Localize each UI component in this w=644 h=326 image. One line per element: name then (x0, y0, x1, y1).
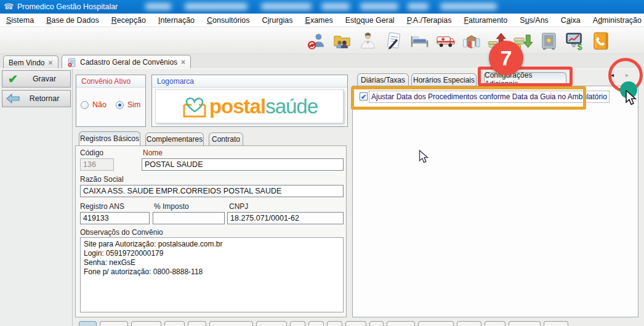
bottom-tab-stub[interactable] (131, 321, 161, 326)
document-badge-icon (67, 58, 76, 67)
menu-item-sistema[interactable]: Sistema (0, 16, 40, 25)
redacted-title-text (321, 3, 350, 10)
menu-item-consult-rios[interactable]: Consultórios (201, 16, 256, 25)
bottom-tab-stub[interactable] (308, 321, 324, 326)
revenue-up-icon[interactable] (487, 30, 507, 51)
nome-field[interactable]: POSTAL SAUDE (142, 158, 344, 171)
radio-nao[interactable]: Não (81, 100, 107, 109)
menu-item-base-de-dados[interactable]: Base de Dados (40, 16, 105, 25)
tab-label: Diárias/Taxas (361, 76, 405, 84)
phone-directory-icon[interactable] (590, 30, 611, 51)
radio-sim[interactable]: Sim (116, 100, 141, 109)
registro-ans-field[interactable]: 419133 (80, 212, 150, 224)
razao-social-field[interactable]: CAIXA ASS. SAUDE EMPR.CORREIOS POSTAL SA… (80, 185, 344, 197)
menu-item-exames[interactable]: Exames (299, 16, 339, 25)
envelope-heart-icon (181, 94, 208, 119)
ambulance-icon[interactable] (435, 30, 456, 51)
bottom-tab-stub[interactable] (327, 321, 342, 326)
bottom-tab-stub[interactable] (345, 321, 366, 326)
return-button[interactable]: Retornar (2, 90, 71, 107)
divider (0, 68, 644, 69)
menu-item-interna-o[interactable]: Internação (152, 16, 201, 25)
title-bar: ☎ Promedico Gestão Hospitalar (0, 0, 644, 14)
close-icon[interactable]: × (48, 59, 52, 67)
redacted-title-text (145, 3, 171, 10)
redacted-title-text (440, 3, 497, 10)
toolbar-icons: $ (306, 30, 611, 51)
bottom-tab-stub[interactable] (418, 321, 454, 326)
brand-text: postalsaúde (209, 95, 318, 118)
observacoes-field[interactable]: Site para Autorização: postalsaude.com.b… (80, 237, 344, 312)
menu-item-caixa[interactable]: Caixa (555, 16, 587, 25)
toolbar: $ (0, 27, 644, 54)
tab-label: Cadastro Geral de Convênios (80, 58, 177, 67)
tab-configuracoes-adicionais[interactable]: Configurações Adicionais (484, 72, 566, 86)
action-sidebar: ✔ Gravar Retornar (0, 69, 73, 326)
sync-user-icon[interactable] (306, 30, 326, 51)
logomarca-title: Logomarca (152, 75, 347, 88)
svg-text:$: $ (577, 42, 582, 51)
ajustar-data-checkbox[interactable]: ✔ (360, 92, 368, 100)
bottom-tab-stub[interactable] (387, 321, 415, 326)
menu-item-p-a-terapias[interactable]: P.A./Terapias (401, 16, 458, 25)
pharmacy-icon[interactable] (461, 30, 481, 51)
menu-item-recep-o[interactable]: Recepção (105, 16, 152, 25)
bottom-tab-stub[interactable] (209, 321, 253, 326)
configuracoes-adicionais-panel (352, 86, 638, 317)
save-button-label: Gravar (23, 75, 70, 83)
bottom-tab-stub[interactable] (79, 321, 97, 326)
menu-item-faturamento[interactable]: Faturamento (457, 16, 513, 25)
tab-registros-basicos[interactable]: Registros Básicos (79, 131, 140, 145)
contract-icon[interactable] (384, 30, 404, 51)
menu-item-cirurgias[interactable]: Cirurgias (256, 16, 299, 25)
radio-icon[interactable] (81, 101, 89, 109)
ajustar-data-checkbox-label[interactable]: Ajustar Data dos Procedimentos conforme … (369, 91, 610, 103)
menu-item-estoque-geral[interactable]: Estoque Geral (339, 16, 401, 25)
menu-item-administra-o[interactable]: Administração (587, 16, 644, 25)
tab-horarios-especiais[interactable]: Horários Especiais (411, 73, 477, 86)
cnpj-field[interactable]: 18.275.071/0001-62 (227, 212, 344, 224)
tab-cadastro-geral-convenios[interactable]: Cadastro Geral de Convênios × (62, 55, 191, 69)
codigo-field: 136 (80, 158, 114, 171)
save-button[interactable]: ✔ Gravar (2, 70, 71, 88)
revenue-down-icon[interactable] (513, 30, 533, 51)
doctor-icon[interactable] (358, 30, 378, 51)
bottom-tab-stub[interactable] (485, 321, 505, 326)
patients-folder-icon[interactable] (332, 30, 352, 51)
finance-chart-icon[interactable]: $ (565, 30, 585, 51)
bottom-tab-stub[interactable] (544, 321, 568, 326)
tab-scroll-right-icon[interactable]: ▸ (626, 71, 629, 78)
close-icon[interactable]: × (181, 58, 185, 67)
tab-scroll-left-icon[interactable]: ◂ (611, 71, 614, 78)
bottom-tab-stub[interactable] (509, 321, 541, 326)
safe-icon[interactable] (539, 30, 559, 51)
razao-social-label: Razão Social (80, 175, 124, 184)
imposto-field[interactable] (153, 212, 225, 224)
observacoes-label: Observaçõs do Convênio (80, 228, 163, 237)
tab-diarias-taxas[interactable]: Diárias/Taxas (357, 73, 409, 86)
bottom-tab-stub[interactable] (188, 321, 206, 326)
menu-bar: SistemaBase de DadosRecepçãoInternaçãoCo… (0, 14, 644, 27)
bottom-tab-stub[interactable] (457, 321, 481, 326)
tab-label: Registros Básicos (80, 134, 139, 143)
bottom-tab-stub[interactable] (369, 321, 384, 326)
tab-complementares[interactable]: Complementares (145, 132, 204, 145)
radio-icon-selected[interactable] (116, 101, 124, 109)
bottom-tab-strip (79, 321, 568, 326)
menu-item-sus-ans[interactable]: Sus/Ans (513, 16, 555, 25)
window-title: Promedico Gestão Hospitalar (17, 2, 118, 11)
radio-nao-label: Não (92, 100, 107, 109)
cnpj-label: CNPJ (229, 202, 248, 211)
bottom-tab-stub[interactable] (164, 321, 185, 326)
tab-bem-vindo[interactable]: Bem Vindo × (3, 55, 58, 69)
bottom-tab-stub[interactable] (290, 321, 305, 326)
app-phone-icon: ☎ (4, 2, 14, 12)
promedico-window: ☎ Promedico Gestão Hospitalar SistemaBas… (0, 0, 644, 326)
imposto-label: % Imposto (154, 202, 189, 211)
tab-contrato[interactable]: Contrato (209, 132, 243, 145)
bottom-tab-stub[interactable] (256, 321, 287, 326)
codigo-label: Código (80, 149, 103, 157)
hospital-bed-icon[interactable] (409, 30, 430, 51)
bottom-tab-stub[interactable] (100, 321, 128, 326)
redacted-title-text (360, 3, 398, 10)
